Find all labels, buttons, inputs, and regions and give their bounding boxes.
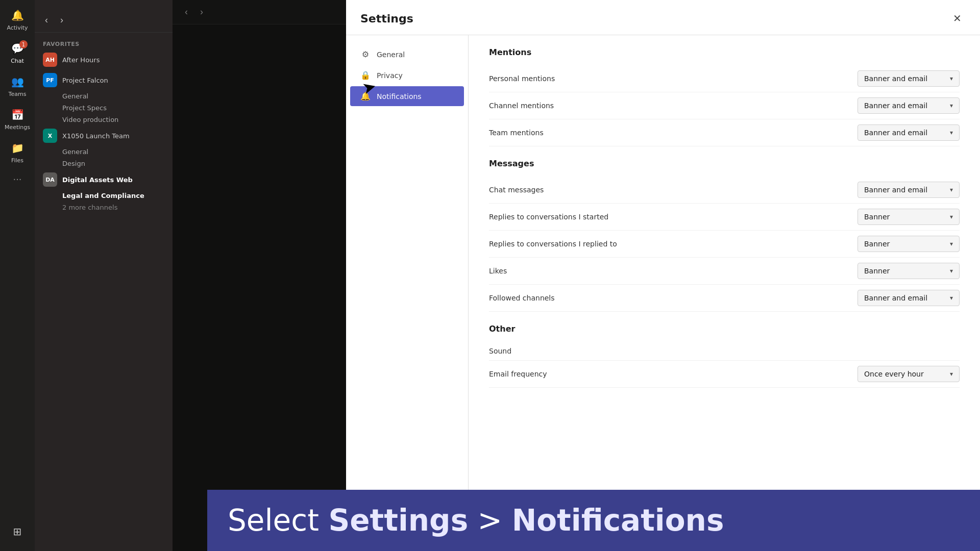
chevron-down-icon-2: ▾ (950, 102, 953, 109)
dropdown-channel-mentions[interactable]: Banner and email ▾ (857, 97, 960, 114)
channel-project-specs[interactable]: Project Specs (35, 102, 173, 114)
dropdown-email-frequency[interactable]: Once every hour ▾ (857, 366, 960, 382)
dropdown-value-team-mentions: Banner and email (864, 129, 927, 137)
dropdown-replies-replied[interactable]: Banner ▾ (857, 236, 960, 252)
menu-label-notifications: Notifications (377, 92, 422, 101)
nav-label-files: Files (11, 157, 23, 164)
main-content: ‹ › Settings ✕ ⚙ General 🔒 Pr (173, 0, 980, 551)
banner-text-separator: > (468, 503, 511, 538)
nav-label-chat: Chat (11, 58, 24, 64)
setting-personal-mentions: Personal mentions Banner and email ▾ (489, 65, 960, 92)
mentions-heading: Mentions (489, 47, 960, 57)
activity-icon: 🔔 (10, 8, 24, 22)
setting-replies-started: Replies to conversations I started Banne… (489, 204, 960, 231)
banner-text-notifications: Notifications (512, 503, 724, 538)
dropdown-value-email-frequency: Once every hour (864, 370, 924, 378)
settings-modal: Settings ✕ ⚙ General 🔒 Privacy 🔔 (346, 0, 980, 551)
team-avatar-project-falcon: PF (43, 73, 57, 87)
team-avatar-after-hours: AH (43, 53, 57, 67)
chevron-down-icon-4: ▾ (950, 186, 953, 193)
banner-text-settings: Settings (328, 503, 468, 538)
banner-text-normal: Select (228, 503, 328, 538)
label-likes: Likes (489, 267, 507, 275)
channel-design[interactable]: Design (35, 158, 173, 169)
other-heading: Other (489, 324, 960, 334)
channel-general-falcon[interactable]: General (35, 90, 173, 102)
setting-likes: Likes Banner ▾ (489, 258, 960, 285)
forward-button[interactable]: › (56, 13, 67, 28)
chevron-down-icon-5: ▾ (950, 213, 953, 220)
dropdown-personal-mentions[interactable]: Banner and email ▾ (857, 70, 960, 87)
dropdown-value-replies-replied: Banner (864, 240, 890, 248)
menu-label-privacy: Privacy (377, 71, 403, 80)
back-button[interactable]: ‹ (41, 13, 52, 28)
menu-label-general: General (377, 51, 405, 59)
dropdown-chat-messages[interactable]: Banner and email ▾ (857, 182, 960, 198)
label-replies-started: Replies to conversations I started (489, 213, 608, 221)
dropdown-followed-channels[interactable]: Banner and email ▾ (857, 290, 960, 306)
dropdown-team-mentions[interactable]: Banner and email ▾ (857, 124, 960, 141)
label-sound: Sound (489, 347, 511, 355)
menu-item-general[interactable]: ⚙ General (350, 44, 464, 64)
meetings-icon: 📅 (10, 108, 24, 122)
dropdown-value-followed-channels: Banner and email (864, 294, 927, 302)
teams-icon: 👥 (10, 74, 24, 89)
dropdown-replies-started[interactable]: Banner ▾ (857, 209, 960, 225)
team-name-digital-assets: Digital Assets Web (62, 176, 133, 184)
dropdown-likes[interactable]: Banner ▾ (857, 263, 960, 279)
nav-label-teams: Teams (9, 91, 27, 97)
team-avatar-x1050: X (43, 129, 57, 143)
menu-item-privacy[interactable]: 🔒 Privacy (350, 65, 464, 85)
settings-content: Mentions Personal mentions Banner and em… (469, 35, 980, 551)
chat-badge: 1 (19, 40, 28, 48)
team-after-hours[interactable]: AH After Hours (35, 49, 173, 70)
bottom-banner: Select Settings > Notifications (207, 490, 980, 551)
menu-item-notifications[interactable]: 🔔 Notifications (350, 86, 464, 106)
setting-channel-mentions: Channel mentions Banner and email ▾ (489, 92, 960, 119)
channel-video-production[interactable]: Video production (35, 114, 173, 126)
chevron-down-icon-8: ▾ (950, 294, 953, 302)
apps-icon: ⊞ (10, 524, 24, 539)
label-channel-mentions: Channel mentions (489, 102, 554, 110)
close-button[interactable]: ✕ (949, 10, 966, 27)
more-channels[interactable]: 2 more channels (35, 202, 173, 213)
team-name-after-hours: After Hours (62, 56, 100, 64)
nav-item-meetings[interactable]: 📅 Meetings (0, 104, 35, 135)
lock-icon: 🔒 (360, 70, 371, 80)
setting-replies-replied: Replies to conversations I replied to Ba… (489, 231, 960, 258)
favorites-label: Favorites (35, 37, 173, 49)
messages-heading: Messages (489, 159, 960, 168)
app-background: 🔔 Activity 💬 1 Chat 👥 Teams 📅 Meetings 📁… (0, 0, 980, 551)
nav-item-files[interactable]: 📁 Files (0, 137, 35, 168)
chevron-down-icon-3: ▾ (950, 129, 953, 136)
team-name-x1050: X1050 Launch Team (62, 132, 130, 140)
label-team-mentions: Team mentions (489, 129, 544, 137)
nav-item-chat[interactable]: 💬 1 Chat (0, 37, 35, 68)
chevron-down-icon-6: ▾ (950, 240, 953, 247)
chevron-down-icon-7: ▾ (950, 267, 953, 274)
nav-item-activity[interactable]: 🔔 Activity (0, 4, 35, 35)
setting-team-mentions: Team mentions Banner and email ▾ (489, 119, 960, 146)
ellipsis-icon: ··· (13, 174, 21, 185)
bell-icon: 🔔 (360, 91, 371, 101)
nav-label-meetings: Meetings (5, 124, 30, 131)
nav-label-activity: Activity (7, 24, 28, 31)
dropdown-value-channel-mentions: Banner and email (864, 102, 927, 110)
nav-item-apps[interactable]: ⊞ (8, 520, 27, 543)
channel-general-x1050[interactable]: General (35, 146, 173, 158)
setting-email-frequency: Email frequency Once every hour ▾ (489, 361, 960, 388)
team-x1050[interactable]: X X1050 Launch Team (35, 126, 173, 146)
files-icon: 📁 (10, 141, 24, 155)
setting-followed-channels: Followed channels Banner and email ▾ (489, 285, 960, 312)
team-digital-assets[interactable]: DA Digital Assets Web (35, 169, 173, 190)
label-personal-mentions: Personal mentions (489, 74, 555, 83)
top-bar: ‹ › (35, 8, 173, 33)
nav-ellipsis[interactable]: ··· (0, 170, 35, 189)
modal-header: Settings ✕ (346, 0, 980, 35)
label-chat-messages: Chat messages (489, 186, 544, 194)
team-name-project-falcon: Project Falcon (62, 77, 108, 84)
nav-item-teams[interactable]: 👥 Teams (0, 70, 35, 102)
team-project-falcon[interactable]: PF Project Falcon (35, 70, 173, 90)
banner-text: Select Settings > Notifications (228, 503, 724, 538)
channel-legal[interactable]: Legal and Compliance (35, 190, 173, 202)
